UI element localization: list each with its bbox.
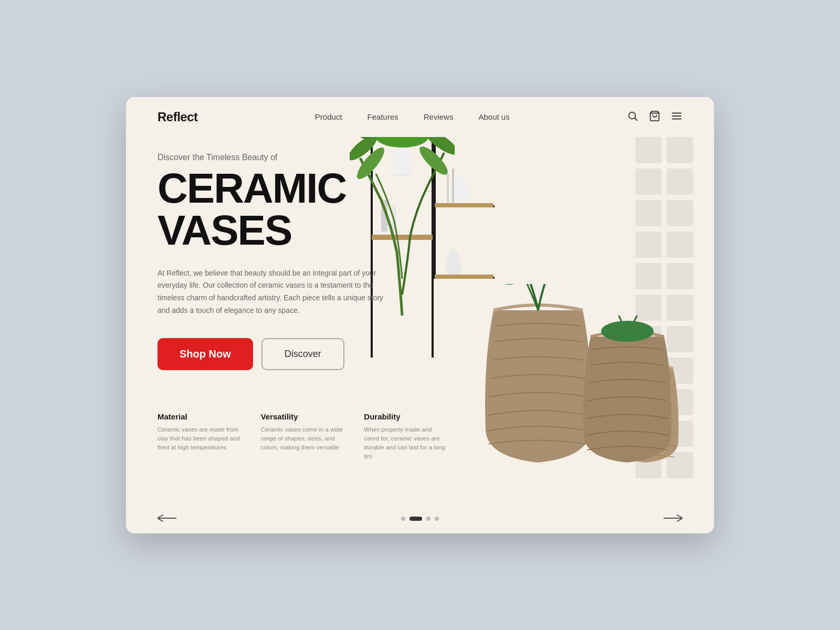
brand-logo: Reflect <box>158 110 198 124</box>
feature-material-desc: Ceramic vases are made from clay that ha… <box>158 425 240 453</box>
next-arrow[interactable] <box>664 513 682 525</box>
dot-4[interactable] <box>435 517 439 521</box>
svg-rect-13 <box>667 232 693 258</box>
svg-rect-9 <box>667 169 693 195</box>
hero-subtitle: Discover the Timeless Beauty of <box>158 153 446 162</box>
menu-icon[interactable] <box>671 110 682 124</box>
svg-rect-10 <box>635 200 662 226</box>
svg-rect-14 <box>635 263 662 289</box>
search-icon[interactable] <box>627 110 638 124</box>
feature-versatility: Versatility Ceramic vases come in a wide… <box>261 412 343 461</box>
hero-section: Discover the Timeless Beauty of CERAMIC … <box>126 137 714 505</box>
nav-features[interactable]: Features <box>368 112 398 121</box>
svg-rect-6 <box>635 137 662 163</box>
dot-3[interactable] <box>426 517 430 521</box>
svg-point-0 <box>629 112 636 119</box>
dot-2[interactable] <box>410 517 422 521</box>
feature-material: Material Ceramic vases are made from cla… <box>158 412 240 461</box>
hero-description: At Reflect, we believe that beauty shoul… <box>158 267 388 317</box>
features-row: Material Ceramic vases are made from cla… <box>158 412 446 461</box>
svg-rect-12 <box>635 232 662 258</box>
nav-about[interactable]: About us <box>478 112 509 121</box>
pagination-dots <box>401 517 439 521</box>
hero-title: CERAMIC VASES <box>158 167 446 251</box>
svg-line-1 <box>635 118 637 120</box>
shop-now-button[interactable]: Shop Now <box>158 338 253 370</box>
svg-point-50 <box>601 321 654 342</box>
hero-buttons: Shop Now Discover <box>158 338 446 370</box>
nav-bottom <box>126 505 714 533</box>
prev-arrow[interactable] <box>158 513 176 525</box>
bag-icon[interactable] <box>649 110 660 124</box>
dot-1[interactable] <box>401 517 405 521</box>
pot-medium <box>578 316 677 468</box>
navigation: Reflect Product Features Reviews About u… <box>126 97 714 137</box>
svg-rect-8 <box>635 169 662 195</box>
hero-content: Discover the Timeless Beauty of CERAMIC … <box>158 137 446 473</box>
feature-durability-desc: When properly made and cared for, cerami… <box>364 425 446 461</box>
feature-material-title: Material <box>158 412 240 421</box>
feature-durability-title: Durability <box>364 412 446 421</box>
nav-links: Product Features Reviews About us <box>315 112 510 122</box>
feature-versatility-desc: Ceramic vases come in a wide range of sh… <box>261 425 343 453</box>
nav-reviews[interactable]: Reviews <box>424 112 454 121</box>
svg-rect-7 <box>667 137 693 163</box>
nav-product[interactable]: Product <box>315 112 342 121</box>
feature-durability: Durability When properly made and cared … <box>364 412 446 461</box>
main-window: Reflect Product Features Reviews About u… <box>126 97 714 533</box>
discover-button[interactable]: Discover <box>261 338 344 370</box>
svg-point-45 <box>493 284 547 291</box>
svg-rect-15 <box>667 263 693 289</box>
svg-rect-11 <box>667 200 693 226</box>
feature-versatility-title: Versatility <box>261 412 343 421</box>
nav-icons-group <box>627 110 682 124</box>
